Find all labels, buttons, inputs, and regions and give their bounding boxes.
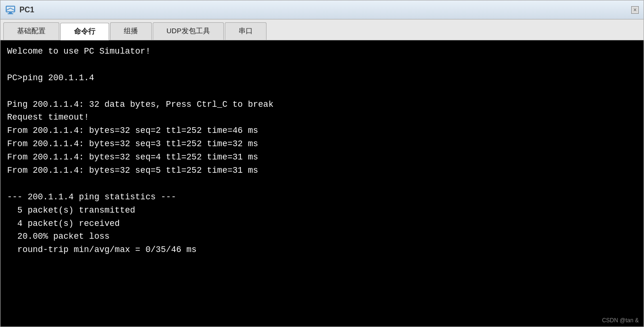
main-window: PC1 × 基础配置 命令行 组播 UDP发包工具 串口 Welcome to … <box>0 0 644 327</box>
pc-icon <box>5 5 16 15</box>
window-title: PC1 <box>19 6 34 14</box>
svg-rect-2 <box>8 13 13 14</box>
svg-rect-1 <box>9 12 12 13</box>
tab-serial[interactable]: 串口 <box>225 22 267 40</box>
svg-rect-0 <box>6 6 15 12</box>
tab-command-line[interactable]: 命令行 <box>60 23 109 40</box>
terminal-output: Welcome to use PC Simulator! PC>ping 200… <box>7 45 637 257</box>
close-button[interactable]: × <box>631 6 639 14</box>
title-bar: PC1 × <box>0 0 644 19</box>
tab-multicast[interactable]: 组播 <box>110 22 152 40</box>
tab-basic-config[interactable]: 基础配置 <box>3 22 59 40</box>
watermark: CSDN @tan & <box>602 317 639 324</box>
tab-udp-tool[interactable]: UDP发包工具 <box>153 22 224 40</box>
terminal-area[interactable]: Welcome to use PC Simulator! PC>ping 200… <box>0 40 644 327</box>
tabs-bar: 基础配置 命令行 组播 UDP发包工具 串口 <box>0 19 644 40</box>
